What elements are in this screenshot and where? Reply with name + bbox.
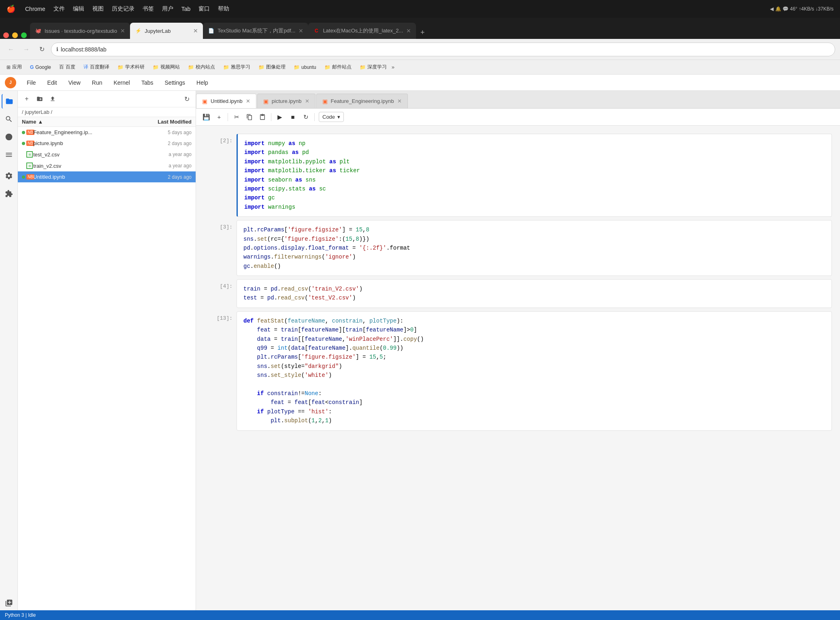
- cell-type-select[interactable]: Code ▾: [319, 112, 344, 122]
- more-bookmarks[interactable]: »: [392, 64, 394, 70]
- bookmark-menu[interactable]: 书签: [143, 5, 154, 13]
- cut-button[interactable]: ✂: [230, 111, 243, 123]
- copy-button[interactable]: [243, 111, 256, 123]
- code-editor[interactable]: plt.rcParams['figure.figsize'] = 15,8 sn…: [237, 220, 831, 276]
- back-button[interactable]: ←: [5, 43, 17, 56]
- forward-button[interactable]: →: [20, 43, 32, 56]
- tab-close-icon[interactable]: ✕: [298, 28, 303, 34]
- file-name: Untitled.ipynb: [33, 174, 143, 180]
- tab-texstudio2[interactable]: 📄 TexStudio Mac系统下，内置pdf... ✕: [203, 23, 308, 39]
- view-menu[interactable]: 视图: [92, 5, 104, 13]
- bookmark-label: 邮件站点: [332, 64, 352, 71]
- search-icon[interactable]: [2, 112, 16, 126]
- bookmark-academic[interactable]: 📁 学术科研: [114, 62, 148, 72]
- bookmark-video[interactable]: 📁 视频网站: [149, 62, 183, 72]
- cell-body[interactable]: plt.rcParams['figure.figsize'] = 15,8 sn…: [237, 220, 832, 276]
- nb-tab-untitled[interactable]: ▣ Untitled.ipynb ✕: [196, 94, 256, 108]
- tab-jupyterlab[interactable]: ⚡ JupyterLab ✕: [130, 23, 203, 39]
- nb-close-icon[interactable]: ✕: [246, 98, 250, 104]
- bookmark-google[interactable]: G Google: [27, 63, 54, 72]
- bookmark-campus[interactable]: 📁 校内站点: [185, 62, 218, 72]
- menu-edit[interactable]: Edit: [45, 78, 60, 88]
- history-menu[interactable]: 历史记录: [112, 5, 134, 13]
- nb-icon: ▣: [263, 98, 269, 105]
- folder-icon: 📁: [223, 64, 229, 70]
- code-editor[interactable]: train = pd.read_csv('train_V2.csv') test…: [237, 280, 831, 308]
- bookmark-mail[interactable]: 📁 邮件站点: [321, 62, 355, 72]
- menu-run[interactable]: Run: [90, 78, 105, 88]
- tab-latex[interactable]: C Latex在MacOs上的使用_latex_2... ✕: [308, 23, 416, 39]
- commands-icon[interactable]: [2, 148, 16, 162]
- running-icon[interactable]: [2, 130, 16, 144]
- name-column-header[interactable]: Name ▲: [22, 119, 143, 125]
- tab-menu[interactable]: Tab: [181, 6, 191, 12]
- status-bar: Python 3 | Idle: [0, 610, 840, 620]
- window-menu[interactable]: 窗口: [198, 5, 210, 13]
- add-cell-button[interactable]: +: [213, 111, 225, 123]
- new-tab-button[interactable]: +: [416, 26, 429, 39]
- files-icon[interactable]: [2, 94, 16, 109]
- new-launcher-button[interactable]: +: [21, 93, 32, 105]
- nb-tab-feature[interactable]: ▣ Feature_Engineering.ipynb ✕: [316, 94, 408, 108]
- tab-texstudio[interactable]: 🐙 Issues · texstudio-org/texstudio ✕: [30, 23, 130, 39]
- extension-icon[interactable]: [2, 186, 16, 201]
- bookmark-ielts[interactable]: 📁 雅思学习: [220, 62, 254, 72]
- bookmark-apps[interactable]: ⊞ 应用: [3, 62, 25, 72]
- bookmark-baidu-translate[interactable]: 译 百度翻译: [80, 62, 113, 72]
- cell-body[interactable]: import numpy as np import pandas as pd i…: [237, 134, 832, 217]
- bookmark-deeplearning[interactable]: 📁 深度学习: [356, 62, 390, 72]
- upload-button[interactable]: [47, 93, 58, 105]
- user-menu[interactable]: 用户: [162, 5, 173, 13]
- file-item[interactable]: NB picture.ipynb 2 days ago: [18, 138, 196, 149]
- menu-tabs[interactable]: Tabs: [139, 78, 156, 88]
- menu-file[interactable]: File: [24, 78, 38, 88]
- menu-kernel[interactable]: Kernel: [111, 78, 132, 88]
- toolbar-separator: [271, 113, 271, 121]
- file-icon: NB: [22, 174, 33, 180]
- bookmark-baidu[interactable]: 百 百度: [56, 62, 79, 72]
- chrome-menu[interactable]: Chrome: [25, 6, 45, 12]
- maximize-button[interactable]: [21, 32, 27, 38]
- run-button[interactable]: ▶: [274, 111, 286, 123]
- close-button[interactable]: [3, 32, 9, 38]
- refresh-button[interactable]: ↻: [181, 93, 192, 105]
- nb-tab-picture[interactable]: ▣ picture.ipynb ✕: [257, 94, 316, 108]
- new-folder-button[interactable]: [34, 93, 45, 105]
- notebook-toolbar: 💾 + ✂ ▶ ■ ↻ Code ▾: [196, 109, 840, 126]
- property-icon[interactable]: [2, 169, 16, 183]
- cell-body[interactable]: def featStat(featureName, constrain, plo…: [237, 311, 832, 431]
- tab-close-icon[interactable]: ✕: [193, 28, 198, 34]
- file-menu[interactable]: 文件: [53, 5, 65, 13]
- modified-column-header[interactable]: Last Modified: [143, 119, 192, 125]
- open-tabs-icon[interactable]: [2, 596, 16, 610]
- paste-button[interactable]: [256, 111, 269, 123]
- help-menu[interactable]: 帮助: [218, 5, 229, 13]
- restart-button[interactable]: ↻: [300, 111, 312, 123]
- tab-close-icon[interactable]: ✕: [406, 28, 411, 34]
- file-item[interactable]: NB Feature_Engineering.ip... 5 days ago: [18, 127, 196, 138]
- menu-help[interactable]: Help: [194, 78, 211, 88]
- reload-button[interactable]: ↻: [36, 43, 48, 56]
- file-item-selected[interactable]: NB Untitled.ipynb 2 days ago: [18, 171, 196, 182]
- nb-close-icon[interactable]: ✕: [397, 98, 402, 104]
- menu-view[interactable]: View: [66, 78, 83, 88]
- bookmark-ubuntu[interactable]: 📁 ubuntu: [290, 63, 320, 72]
- file-item[interactable]: ⊞ train_v2.csv a year ago: [18, 160, 196, 171]
- apple-menu[interactable]: 🍎: [6, 4, 15, 13]
- cell-body[interactable]: train = pd.read_csv('train_V2.csv') test…: [237, 279, 832, 308]
- edit-menu[interactable]: 编辑: [73, 5, 84, 13]
- minimize-button[interactable]: [12, 32, 18, 38]
- code-editor[interactable]: def featStat(featureName, constrain, plo…: [237, 312, 831, 430]
- address-bar[interactable]: ℹ localhost:8888/lab: [51, 43, 835, 56]
- tab-close-icon[interactable]: ✕: [120, 28, 125, 34]
- stop-button[interactable]: ■: [287, 111, 299, 123]
- save-button[interactable]: 💾: [200, 111, 212, 123]
- nb-close-icon[interactable]: ✕: [305, 98, 309, 104]
- kernel-status: Python 3 | Idle: [5, 612, 36, 618]
- apps-icon: ⊞: [6, 64, 11, 70]
- menu-settings[interactable]: Settings: [162, 78, 188, 88]
- file-item[interactable]: ⊞ test_v2.csv a year ago: [18, 149, 196, 160]
- bookmark-image[interactable]: 📁 图像处理: [255, 62, 289, 72]
- tab-title: Issues · texstudio-org/texstudio: [45, 28, 117, 34]
- code-editor[interactable]: import numpy as np import pandas as pd i…: [238, 134, 831, 216]
